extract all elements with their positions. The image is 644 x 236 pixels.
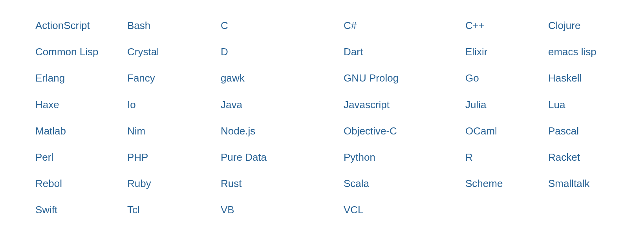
language-link[interactable]: emacs lisp	[548, 46, 609, 58]
language-grid: ActionScript Bash C C# C++ Clojure Commo…	[35, 20, 609, 216]
language-link[interactable]: Racket	[548, 151, 609, 163]
language-link[interactable]: Nim	[127, 125, 221, 137]
language-link[interactable]: VCL	[344, 204, 465, 216]
language-link[interactable]: C++	[465, 20, 548, 32]
language-link[interactable]: Haxe	[35, 99, 127, 111]
language-link[interactable]: Io	[127, 99, 221, 111]
language-link[interactable]: Common Lisp	[35, 46, 127, 58]
language-link[interactable]: ActionScript	[35, 20, 127, 32]
language-link[interactable]: C	[221, 20, 344, 32]
language-link[interactable]: Fancy	[127, 72, 221, 84]
language-link[interactable]: VB	[221, 204, 344, 216]
language-link[interactable]: Lua	[548, 99, 609, 111]
language-link[interactable]: Julia	[465, 99, 548, 111]
language-link[interactable]: Smalltalk	[548, 178, 609, 190]
language-link[interactable]: Tcl	[127, 204, 221, 216]
language-link[interactable]: GNU Prolog	[344, 72, 465, 84]
language-link[interactable]: Pascal	[548, 125, 609, 137]
language-link[interactable]: Elixir	[465, 46, 548, 58]
language-link[interactable]: gawk	[221, 72, 344, 84]
language-link[interactable]: Ruby	[127, 178, 221, 190]
language-link[interactable]: Haskell	[548, 72, 609, 84]
language-link[interactable]: Rust	[221, 178, 344, 190]
language-link[interactable]: Java	[221, 99, 344, 111]
language-link[interactable]: C#	[344, 20, 465, 32]
language-link[interactable]: Crystal	[127, 46, 221, 58]
language-link[interactable]: Javascript	[344, 99, 465, 111]
language-link[interactable]: PHP	[127, 151, 221, 163]
language-link[interactable]: Clojure	[548, 20, 609, 32]
language-link[interactable]: Objective-C	[344, 125, 465, 137]
language-link[interactable]: Scala	[344, 178, 465, 190]
language-link[interactable]: Python	[344, 151, 465, 163]
language-link[interactable]: Matlab	[35, 125, 127, 137]
language-link[interactable]: D	[221, 46, 344, 58]
language-link[interactable]: Swift	[35, 204, 127, 216]
language-link[interactable]: Dart	[344, 46, 465, 58]
language-link[interactable]: Perl	[35, 151, 127, 163]
language-link[interactable]: Go	[465, 72, 548, 84]
language-link[interactable]: Rebol	[35, 178, 127, 190]
language-link[interactable]: Erlang	[35, 72, 127, 84]
language-link[interactable]: Node.js	[221, 125, 344, 137]
language-link[interactable]: R	[465, 151, 548, 163]
language-link[interactable]: Scheme	[465, 178, 548, 190]
language-link[interactable]: Pure Data	[221, 151, 344, 163]
language-link[interactable]: Bash	[127, 20, 221, 32]
language-link[interactable]: OCaml	[465, 125, 548, 137]
